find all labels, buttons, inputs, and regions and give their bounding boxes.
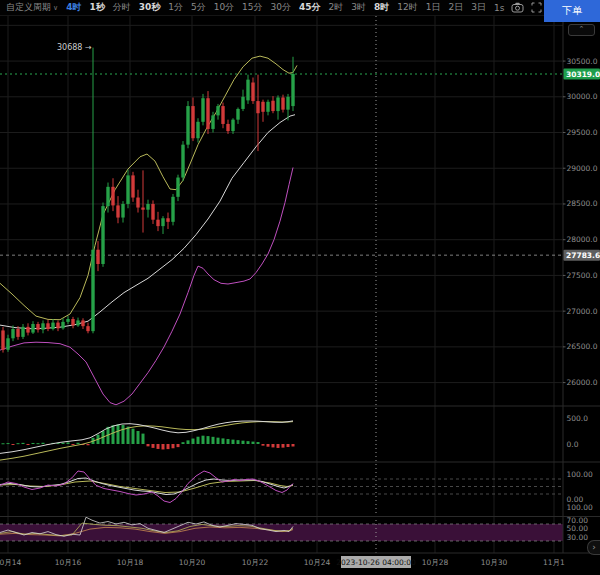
chevron-down-icon: ∨ [53,4,58,12]
candle-body [156,220,159,226]
price-axis-label: 29500.0 [567,128,598,137]
hist-bar [282,444,285,448]
hist-bar [207,436,210,444]
chart-canvas[interactable]: 30688 →30500.030000.029500.029000.028500… [0,16,600,575]
macd-dif-line [0,421,293,454]
custom-period-label: 自定义周期 [6,2,51,12]
candle-body [6,338,9,349]
hist-bar [132,429,135,444]
hist-bar [162,444,165,449]
current-price-label-text: 30319.0 [566,70,600,79]
period-item-1[interactable]: 1秒 [89,1,104,14]
hist-bar [202,436,205,444]
period-item-10[interactable]: 2时 [329,1,344,14]
period-item-8[interactable]: 30分 [271,1,291,14]
candle-body [96,250,99,264]
hist-bar [262,444,265,446]
collapse-axis-button[interactable]: ⌃ [568,24,595,36]
candle-body [211,115,214,129]
hist-bar [62,443,65,444]
camera-icon[interactable] [511,2,524,13]
hist-bar [277,444,280,448]
price-axis-label: 29000.0 [567,164,598,173]
candle-body [86,326,89,331]
period-item-11[interactable]: 3时 [351,1,366,14]
candle-body [216,106,219,115]
order-button[interactable]: 下单 [544,0,600,22]
hist-bar [167,444,170,449]
hist-bar [27,444,30,445]
period-item-4[interactable]: 1分 [168,1,183,14]
candle-body [181,145,184,178]
candle-body [291,74,294,106]
hist-bar [2,443,5,444]
candle-body [271,101,274,111]
hist-bar [222,438,225,444]
candle-body [146,204,149,210]
candle-body [246,80,249,101]
period-item-0[interactable]: 4时 [66,1,81,14]
period-item-12[interactable]: 8时 [374,1,389,14]
period-item-5[interactable]: 5分 [191,1,206,14]
candle-body [236,109,239,120]
custom-period-dropdown[interactable]: 自定义周期∨ [6,1,58,14]
macd-histogram [0,421,295,460]
hist-bar [227,439,230,444]
period-item-14[interactable]: 1日 [426,1,441,14]
hist-bar [212,437,215,444]
hist-bar [117,425,120,445]
hist-bar [287,444,290,447]
period-item-15[interactable]: 2日 [448,1,463,14]
candle-body [266,102,269,112]
hist-bar [127,427,130,444]
toolbar: 自定义周期∨ 4时1秒分时30秒1分5分10分15分30分45分2时3时8时12… [0,0,600,16]
candle-body [56,323,59,329]
fullscreen-icon[interactable] [531,2,542,13]
resolution-label[interactable]: 1s [494,3,504,13]
candle-body [21,327,24,337]
candle-body [251,83,254,102]
spike-annotation: 30688 → [57,43,92,52]
hist-bar [157,444,160,449]
candle-body [16,329,19,337]
hist-bar [147,444,150,446]
time-axis-label: 10月18 [117,558,144,567]
hist-bar [232,440,235,444]
candle-body [26,327,29,333]
expand-panel-button[interactable]: › [587,540,600,555]
candle-body [61,322,64,328]
hist-bar [87,444,90,445]
hist-bar [42,443,45,444]
candles [1,48,294,353]
indicator-bands [0,56,297,405]
period-item-9[interactable]: 45分 [299,1,321,14]
hist-bar [182,442,185,444]
candle-body [166,218,169,222]
time-axis-label: 10月22 [242,558,269,567]
hist-bar [37,443,40,444]
candle-body [1,330,4,349]
candle-body [81,320,84,326]
period-item-13[interactable]: 12时 [397,1,417,14]
candle-body [171,197,174,222]
time-axis-label: 10月14 [0,558,22,567]
period-item-2[interactable]: 分时 [113,1,131,14]
reference-price-label-text: 27783.6 [566,251,600,260]
period-item-16[interactable]: 3日 [471,1,486,14]
period-item-6[interactable]: 10分 [214,1,234,14]
candle-body [121,204,124,218]
hist-bar [122,425,125,444]
candle-body [76,320,79,325]
band-lower-line [0,168,293,405]
time-axis-label: 10月16 [55,558,82,567]
hist-bar [137,431,140,444]
period-item-7[interactable]: 15分 [242,1,262,14]
hist-bar [22,443,25,444]
candle-body [286,97,289,110]
price-axis-label: 27500.0 [567,271,598,280]
hist-bar [72,444,75,445]
hist-bar [187,440,190,444]
period-item-3[interactable]: 30秒 [139,1,161,14]
rsi-axis-label: 30.00 [567,533,589,542]
candle-body [151,204,154,220]
